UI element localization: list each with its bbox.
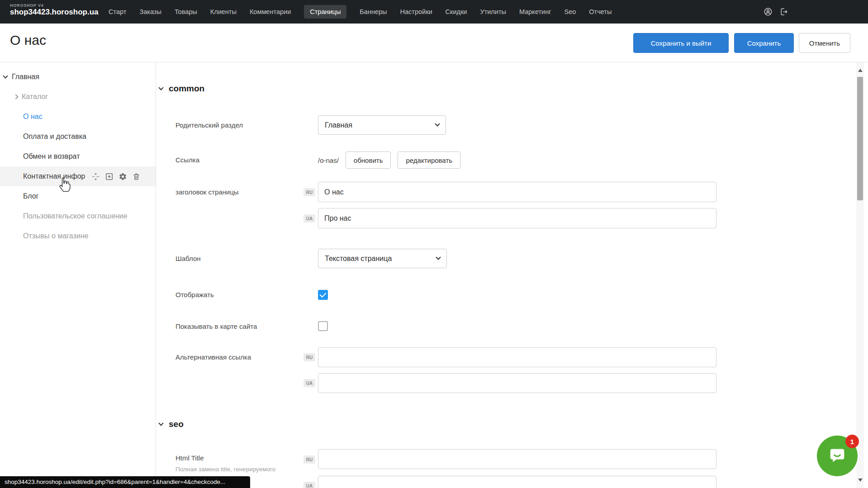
section-seo-label: seo <box>169 419 184 429</box>
chevron-down-icon <box>158 85 163 90</box>
tree-item-label: Главная <box>12 73 39 81</box>
add-icon[interactable] <box>105 172 114 181</box>
page-title-ua-input[interactable] <box>318 208 716 228</box>
tree-item-glavnaya[interactable]: Главная <box>0 67 156 87</box>
trash-icon[interactable] <box>132 172 141 181</box>
section-common-label: common <box>169 84 204 94</box>
scrollbar-down-arrow[interactable] <box>858 479 863 482</box>
section-common[interactable]: common <box>159 84 204 94</box>
tree-item-label: Блог <box>23 192 39 200</box>
alt-link-label: Альтернативная ссылка <box>175 347 251 367</box>
link-update-button[interactable]: обновить <box>346 152 391 169</box>
tree-item-label: Отзывы о магазине <box>23 232 89 240</box>
tree-item-o-nas-selected[interactable]: О нас <box>0 107 156 127</box>
nav-item-discounts[interactable]: Скидки <box>446 8 467 15</box>
display-label: Отображать <box>175 289 214 300</box>
top-navbar: HOROSHOP V4 shop34423.horoshop.ua Старт … <box>0 0 868 24</box>
tree-item-blog[interactable]: Блог <box>0 186 156 206</box>
tree-item-oplata-i-dostavka[interactable]: Оплата и доставка <box>0 127 156 147</box>
tree-row-actions <box>91 172 141 181</box>
link-path: /o-nas/ <box>318 156 339 164</box>
tree-item-label: Оплата и доставка <box>23 133 86 141</box>
link-edit-button[interactable]: редактировать <box>398 152 460 169</box>
link-row: /o-nas/ обновить редактировать <box>318 152 460 169</box>
nav-item-pages-active[interactable]: Страницы <box>304 5 346 19</box>
move-icon[interactable] <box>91 172 100 181</box>
sidebar-divider <box>156 62 156 488</box>
lang-badge-ru: RU <box>304 188 315 196</box>
html-title-label: Html Title <box>175 454 204 463</box>
tree-item-label: Обмен и возврат <box>23 152 80 161</box>
tree-item-otzyvy-o-magazine[interactable]: Отзывы о магазине <box>0 226 156 246</box>
nav-item-clients[interactable]: Клиенты <box>210 8 237 15</box>
header-divider <box>0 62 868 62</box>
main-menu: Старт Заказы Товары Клиенты Комментарии … <box>109 0 612 24</box>
parent-section-value: Главная <box>325 121 352 129</box>
chat-bubble-icon <box>827 445 848 466</box>
tree-item-kontaktnaya-infor-hovered[interactable]: Контактная инфор <box>0 166 156 186</box>
nav-item-banners[interactable]: Баннеры <box>360 8 387 15</box>
parent-section-label: Родительский раздел <box>175 115 243 135</box>
display-checkbox[interactable] <box>318 290 328 300</box>
lang-badge-ua: UA <box>304 379 315 387</box>
tree-item-katalog[interactable]: Каталог <box>0 87 156 107</box>
page-title-field-label: заголовок страницы <box>175 182 239 202</box>
cancel-button[interactable]: Отменить <box>799 33 850 53</box>
scrollbar-up-arrow[interactable] <box>858 69 863 72</box>
tree-item-label: О нас <box>23 113 43 121</box>
html-title-ru-input[interactable] <box>318 449 716 469</box>
scrollbar-thumb[interactable] <box>857 77 863 200</box>
sitemap-checkbox[interactable] <box>318 321 328 331</box>
nav-item-seo[interactable]: Seo <box>564 8 576 15</box>
page-title-ru-input[interactable] <box>318 182 716 202</box>
account-icon[interactable] <box>764 7 773 16</box>
lang-badge-ru: RU <box>304 353 315 361</box>
tree-item-label: Каталог <box>22 93 48 101</box>
lang-badge-ru: RU <box>304 455 315 464</box>
shop-logo[interactable]: HOROSHOP V4 shop34423.horoshop.ua <box>10 4 99 17</box>
link-label: Ссылка <box>175 152 199 169</box>
navbar-right-icons <box>764 0 788 24</box>
section-seo[interactable]: seo <box>159 419 184 429</box>
logo-shop-domain: shop34423.horoshop.ua <box>10 8 99 17</box>
html-title-hint: Полная замена title, генерируемого <box>175 466 275 473</box>
tree-item-obmen-i-vozvrat[interactable]: Обмен и возврат <box>0 147 156 166</box>
tree-item-label: Контактная инфор <box>23 172 85 180</box>
save-button[interactable]: Сохранить <box>734 33 794 53</box>
nav-item-start[interactable]: Старт <box>109 8 126 15</box>
template-select[interactable]: Текстовая страница <box>318 249 447 268</box>
chevron-down-icon <box>436 255 441 260</box>
logout-icon[interactable] <box>779 7 788 16</box>
nav-item-settings[interactable]: Настройки <box>400 8 432 15</box>
nav-item-utilities[interactable]: Утилиты <box>480 8 506 15</box>
save-and-exit-button[interactable]: Сохранить и выйти <box>633 33 729 53</box>
lang-badge-ua: UA <box>304 214 315 223</box>
nav-item-reports[interactable]: Отчеты <box>589 8 612 15</box>
template-label: Шаблон <box>175 249 201 268</box>
nav-item-comments[interactable]: Комментарии <box>250 8 291 15</box>
chevron-down-icon[interactable] <box>3 73 8 78</box>
sitemap-label: Показывать в карте сайта <box>175 321 257 332</box>
alt-link-ua-input[interactable] <box>318 373 716 393</box>
status-url-bar: shop34423.horoshop.ua/edit/edit.php?id=6… <box>0 476 250 488</box>
chat-unread-badge: 1 <box>845 435 859 448</box>
pages-tree: Главная Каталог О нас Оплата и доставка … <box>0 67 156 246</box>
nav-item-orders[interactable]: Заказы <box>139 8 161 15</box>
template-value: Текстовая страница <box>325 255 392 263</box>
nav-item-marketing[interactable]: Маркетинг <box>519 8 551 15</box>
page-title: О нас <box>10 33 46 48</box>
chevron-right-icon[interactable] <box>13 94 18 99</box>
parent-section-select[interactable]: Главная <box>318 115 446 135</box>
alt-link-ru-input[interactable] <box>318 347 716 367</box>
chevron-down-icon <box>158 421 163 426</box>
gear-icon[interactable] <box>119 172 127 181</box>
tree-item-polzovatelskoe-soglashenie[interactable]: Пользовательское соглашение <box>0 206 156 226</box>
lang-badge-ua: UA <box>304 482 315 488</box>
tree-item-label: Пользовательское соглашение <box>23 212 127 220</box>
chevron-down-icon <box>435 121 440 126</box>
nav-item-products[interactable]: Товары <box>175 8 197 15</box>
html-title-ua-input[interactable] <box>318 476 716 488</box>
